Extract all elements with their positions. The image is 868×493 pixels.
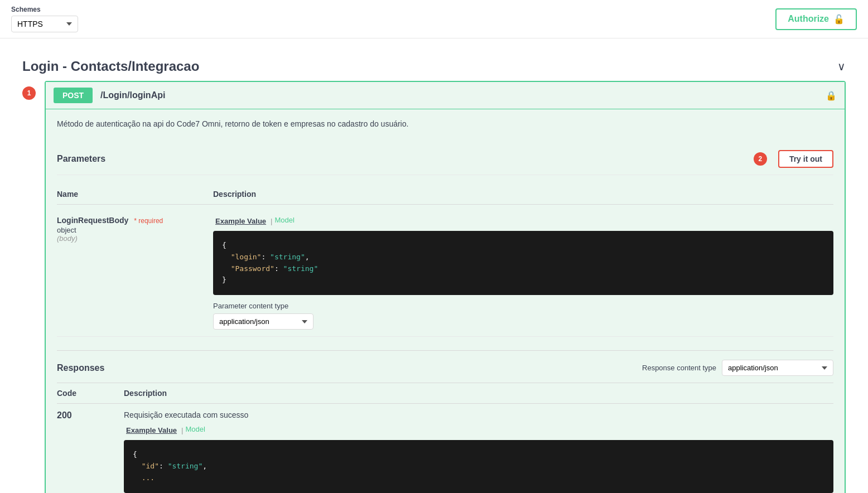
parameters-section: Parameters 2 Try it out Name Description	[57, 141, 833, 337]
authorize-button[interactable]: Authorize 🔓	[775, 8, 857, 30]
responses-title: Responses	[57, 363, 104, 373]
col-name-header: Name	[57, 190, 213, 199]
chevron-down-icon[interactable]: ∨	[837, 60, 846, 73]
param-desc-col: Example Value | Model { "login": "string…	[213, 216, 833, 330]
parameters-title: Parameters	[57, 154, 105, 164]
responses-section: Responses Response content type applicat…	[57, 350, 833, 493]
param-name: LoginRequestBody	[57, 216, 128, 225]
responses-header: Responses Response content type applicat…	[57, 360, 833, 376]
lock-icon: 🔓	[833, 14, 845, 25]
response-content-type-wrap: Response content type application/json	[642, 360, 833, 376]
try-it-out-button[interactable]: Try it out	[778, 150, 833, 168]
param-content-type-select[interactable]: application/json	[213, 313, 314, 330]
example-tab-active[interactable]: Example Value	[213, 216, 268, 226]
step-2-badge: 2	[754, 152, 767, 166]
response-model-tab[interactable]: Model	[185, 425, 205, 436]
authorize-label: Authorize	[788, 14, 829, 24]
code-block: { "login": "string", "Password": "string…	[213, 231, 833, 295]
main-content: Login - Contacts/Integracao ∨ 1 POST /Lo…	[0, 38, 868, 493]
param-type: object	[57, 226, 213, 234]
col-desc-header: Description	[213, 190, 833, 199]
param-name-col: LoginRequestBody * required object (body…	[57, 216, 213, 330]
response-desc-col: Requisição executada com sucesso Example…	[124, 410, 833, 493]
param-row: LoginRequestBody * required object (body…	[57, 209, 833, 337]
step-2-wrapper: 2 Try it out	[754, 150, 833, 168]
schemes-label: Schemes	[11, 6, 78, 13]
endpoint-lock-icon: 🔒	[826, 90, 837, 101]
endpoint-path: /Login/loginApi	[100, 90, 826, 100]
resp-col-desc-header: Description	[124, 389, 833, 398]
param-location: (body)	[57, 234, 213, 243]
response-code-block: { "id": "string", ...	[124, 440, 833, 492]
response-tab-sep: |	[179, 425, 185, 436]
section-title: Login - Contacts/Integracao	[22, 59, 199, 74]
response-row: 200 Requisição executada com sucesso Exa…	[57, 404, 833, 493]
endpoint-block: POST /Login/loginApi 🔒 Método de autenti…	[45, 81, 846, 493]
params-table: Name Description LoginRequestBody * requ…	[57, 184, 833, 337]
parameters-header: Parameters 2 Try it out	[57, 141, 833, 175]
params-table-header: Name Description	[57, 184, 833, 205]
endpoint-body: Método de autenticação na api do Code7 O…	[46, 109, 845, 493]
schemes-select[interactable]: HTTPS HTTP	[11, 16, 78, 32]
example-value-tabs: Example Value | Model	[213, 216, 833, 226]
response-example-tab[interactable]: Example Value	[124, 425, 179, 436]
top-bar: Schemes HTTPS HTTP Authorize 🔓	[0, 0, 868, 38]
response-desc-text: Requisição executada com sucesso	[124, 410, 833, 419]
responses-table-header: Code Description	[57, 383, 833, 404]
model-tab[interactable]: Model	[274, 216, 294, 226]
param-content-type-label: Parameter content type	[213, 302, 833, 310]
responses-table: Code Description 200 Requisição executad…	[57, 383, 833, 493]
response-code: 200	[57, 410, 124, 493]
step-1-badge: 1	[22, 86, 36, 100]
param-required-badge: * required	[134, 217, 163, 225]
resp-col-code-header: Code	[57, 389, 124, 398]
endpoint-header[interactable]: POST /Login/loginApi 🔒	[46, 82, 845, 109]
response-content-type-select[interactable]: application/json	[722, 360, 833, 376]
response-example-tabs: Example Value | Model	[124, 425, 833, 436]
endpoint-description: Método de autenticação na api do Code7 O…	[57, 118, 833, 130]
schemes-section: Schemes HTTPS HTTP	[11, 6, 78, 32]
response-content-label: Response content type	[642, 364, 716, 372]
section-header: Login - Contacts/Integracao ∨	[22, 50, 846, 81]
method-badge: POST	[54, 88, 93, 103]
tab-separator: |	[268, 216, 274, 226]
